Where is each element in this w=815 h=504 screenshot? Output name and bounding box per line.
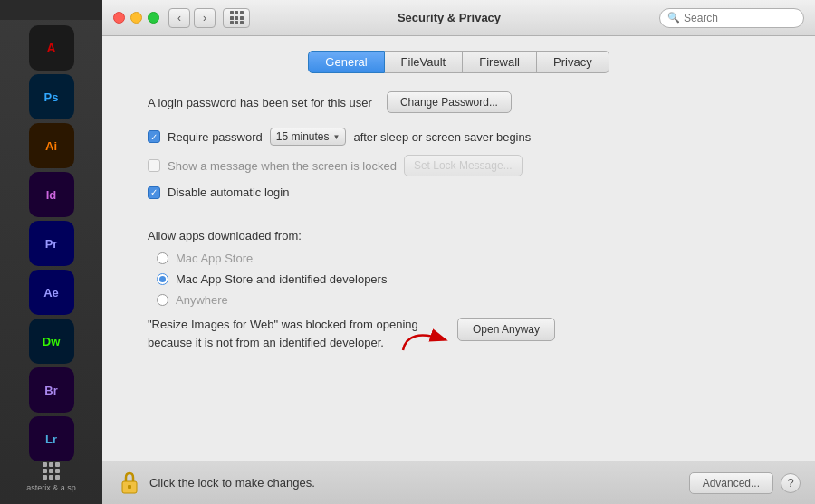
br-icon[interactable]: Br [29, 367, 74, 413]
advanced-button[interactable]: Advanced... [689, 472, 773, 494]
require-password-label: Require password [168, 130, 263, 144]
lock-svg [119, 471, 140, 496]
password-timeout-dropdown[interactable]: 15 minutes ▼ [270, 128, 347, 146]
open-anyway-button[interactable]: Open Anyway [457, 318, 555, 341]
radio-mac-app-store[interactable] [157, 252, 168, 264]
tab-firewall[interactable]: Firewall [463, 51, 537, 73]
sidebar: A Ps Ai Id Pr Ae Dw Br Lr [0, 0, 102, 504]
sidebar-bottom: asterix & a sp [0, 450, 102, 504]
back-button[interactable]: ‹ [168, 8, 190, 28]
search-input[interactable] [684, 12, 792, 24]
nav-buttons: ‹ › [168, 8, 216, 28]
tab-bar: General FileVault Firewall Privacy [129, 51, 788, 73]
radio-mac-app-store-row: Mac App Store [129, 252, 788, 265]
help-button[interactable]: ? [781, 473, 801, 493]
ae-icon[interactable]: Ae [29, 270, 74, 315]
grid-view-button[interactable] [223, 8, 250, 28]
lock-icon[interactable] [117, 471, 142, 496]
require-password-row: Require password 15 minutes ▼ after slee… [129, 128, 788, 146]
dw-icon[interactable]: Dw [29, 319, 74, 364]
search-box[interactable]: 🔍 [659, 8, 804, 28]
ps-icon[interactable]: Ps [29, 74, 74, 119]
tab-privacy[interactable]: Privacy [537, 51, 609, 73]
radio-identified-row: Mac App Store and identified developers [129, 272, 788, 286]
adobe-icon[interactable]: A [29, 25, 74, 71]
tab-filevault[interactable]: FileVault [385, 51, 464, 73]
lock-message-text: Click the lock to make changes. [149, 476, 689, 490]
divider [148, 214, 788, 214]
minimize-button[interactable] [130, 12, 142, 24]
disable-auto-login-row: Disable automatic login [129, 185, 788, 199]
show-message-checkbox[interactable] [148, 159, 160, 172]
change-password-button[interactable]: Change Password... [387, 91, 512, 113]
radio-anywhere-label: Anywhere [176, 293, 228, 307]
close-button[interactable] [113, 12, 125, 24]
radio-anywhere-row: Anywhere [129, 293, 788, 307]
blocked-message-row: "Resize Images for Web" was blocked from… [129, 316, 788, 351]
window-title: Security & Privacy [250, 11, 648, 24]
show-message-label: Show a message when the screen is locked [168, 159, 397, 173]
grid-view-icon[interactable] [43, 462, 60, 480]
require-password-checkbox[interactable] [148, 130, 160, 143]
sidebar-bottom-label: asterix & a sp [26, 483, 76, 492]
bottom-bar: Click the lock to make changes. Advanced… [102, 461, 815, 504]
sidebar-top-bar [0, 0, 102, 20]
traffic-lights [113, 12, 159, 24]
id-icon[interactable]: Id [29, 172, 74, 217]
login-password-row: A login password has been set for this u… [129, 91, 788, 113]
login-password-text: A login password has been set for this u… [148, 96, 372, 109]
tab-general[interactable]: General [308, 51, 384, 73]
set-lock-message-button: Set Lock Message... [404, 155, 523, 176]
sidebar-icons: A Ps Ai Id Pr Ae Dw Br Lr [0, 20, 102, 463]
radio-anywhere[interactable] [157, 294, 168, 306]
main-window: ‹ › Security & Privacy 🔍 General [102, 0, 815, 504]
maximize-button[interactable] [148, 12, 159, 24]
svg-rect-1 [128, 485, 131, 489]
allow-apps-label: Allow apps downloaded from: [129, 229, 788, 242]
forward-button[interactable]: › [194, 8, 216, 28]
ai-icon[interactable]: Ai [29, 123, 74, 168]
disable-auto-login-checkbox[interactable] [148, 186, 160, 199]
dropdown-arrow-icon: ▼ [332, 133, 340, 141]
disable-auto-login-label: Disable automatic login [168, 185, 289, 199]
after-sleep-text: after sleep or screen saver begins [353, 130, 531, 144]
show-message-row: Show a message when the screen is locked… [129, 155, 788, 176]
radio-mac-app-store-identified[interactable] [157, 273, 168, 285]
content-area: General FileVault Firewall Privacy A log… [102, 36, 815, 461]
pr-icon[interactable]: Pr [29, 221, 74, 266]
radio-mac-app-store-label: Mac App Store [176, 252, 253, 265]
search-icon: 🔍 [667, 12, 680, 24]
radio-identified-label: Mac App Store and identified developers [176, 272, 387, 286]
arrow-indicator-icon [398, 323, 453, 356]
title-bar: ‹ › Security & Privacy 🔍 [102, 0, 815, 36]
